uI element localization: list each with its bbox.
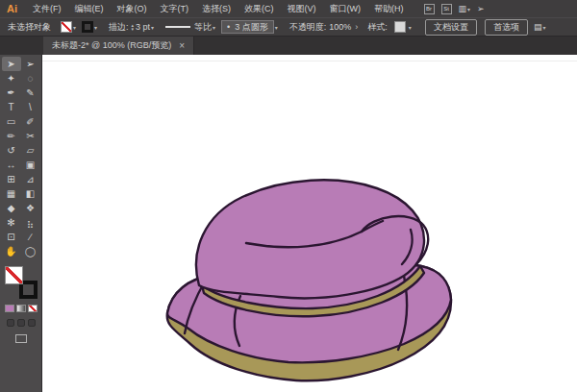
preferences-button[interactable]: 首选项 <box>485 19 528 36</box>
none-button[interactable] <box>28 305 38 312</box>
bun-dome-purple <box>196 180 424 298</box>
bridge-icon[interactable]: Br <box>424 4 435 14</box>
chevron-down-icon[interactable]: ▾ <box>73 24 76 31</box>
stroke-profile-control[interactable]: 等比 ▾ <box>160 21 215 34</box>
style-control[interactable]: ▾ <box>390 21 412 33</box>
document-setup-button[interactable]: 文档设置 <box>425 19 477 36</box>
gradient-button[interactable] <box>16 305 26 312</box>
fill-color-control[interactable]: ▾ <box>61 21 76 33</box>
selection-tool[interactable]: ➤ <box>2 57 21 71</box>
drawing-mode-buttons <box>7 319 36 327</box>
panel-options-control[interactable]: ▤ ▾ <box>534 22 546 32</box>
pen-tool[interactable]: ✒ <box>2 86 21 100</box>
menu-select[interactable]: 选择(S) <box>195 0 238 17</box>
workspace-icon: ▥ <box>459 4 467 13</box>
artboard-canvas[interactable] <box>42 55 577 392</box>
stroke-color-control[interactable]: ▾ <box>82 21 97 33</box>
zoom-tool[interactable]: ◯ <box>21 244 40 258</box>
share-icon[interactable]: ➢ <box>477 4 485 13</box>
type-tool[interactable]: T <box>2 100 21 114</box>
column-graph-tool[interactable]: ⣦ <box>21 215 40 230</box>
document-tab[interactable]: 未标题-2* @ 100% (RGB/预览) × <box>43 37 194 55</box>
stepper-icon[interactable]: ▴▾ <box>132 23 135 31</box>
symbol-sprayer-tool[interactable]: ✻ <box>2 215 21 230</box>
stroke-weight-label: 描边: <box>109 21 129 34</box>
draw-inside-mode[interactable] <box>28 319 36 327</box>
gradient-tool[interactable]: ◧ <box>21 186 40 201</box>
fill-none-swatch[interactable] <box>61 21 72 33</box>
menu-file[interactable]: 文件(F) <box>26 0 68 17</box>
brush-control[interactable]: • 3 点圆形 ▾ <box>221 20 278 34</box>
menu-bar: Ai 文件(F) 编辑(E) 对象(O) 文字(T) 选择(S) 效果(C) 视… <box>0 0 577 17</box>
document-tab-title: 未标题-2* @ 100% (RGB/预览) <box>52 39 171 52</box>
eyedropper-tool[interactable]: ◆ <box>2 201 21 215</box>
chevron-down-icon[interactable]: ▾ <box>151 24 154 31</box>
menu-effect[interactable]: 效果(C) <box>238 0 281 17</box>
stroke-profile-preview <box>165 26 190 28</box>
free-transform-tool[interactable]: ▣ <box>21 158 40 172</box>
width-tool[interactable]: ↔ <box>2 158 21 172</box>
opacity-value[interactable]: 100% <box>329 22 351 32</box>
rectangle-tool[interactable]: ▭ <box>2 114 21 129</box>
style-swatch[interactable] <box>394 21 406 33</box>
pencil-tool[interactable]: ✏ <box>2 129 21 143</box>
brush-name[interactable]: 3 点圆形 <box>235 21 268 34</box>
chevron-down-icon: ▾ <box>542 24 545 31</box>
mesh-tool[interactable]: ▦ <box>2 186 21 201</box>
magic-wand-tool[interactable]: ✦ <box>2 71 21 86</box>
menu-edit[interactable]: 编辑(E) <box>68 0 111 17</box>
perspective-grid-tool[interactable]: ⊿ <box>21 172 40 186</box>
chevron-down-icon[interactable]: ▾ <box>94 24 97 31</box>
slice-tool[interactable]: ∕ <box>21 230 40 244</box>
workspace-switcher[interactable]: ▥▾ <box>459 4 471 13</box>
line-segment-tool[interactable]: \ <box>21 100 40 114</box>
style-label: 样式: <box>367 21 388 34</box>
menu-object[interactable]: 对象(O) <box>111 0 154 17</box>
menu-view[interactable]: 视图(V) <box>281 0 323 17</box>
fill-stroke-indicator[interactable] <box>5 266 38 299</box>
curvature-tool[interactable]: ✎ <box>21 86 40 100</box>
opacity-label: 不透明度: <box>289 21 327 34</box>
blend-tool[interactable]: ❖ <box>21 201 40 215</box>
document-tab-bar: 未标题-2* @ 100% (RGB/预览) × <box>0 37 577 55</box>
eraser-tool[interactable]: ✂ <box>21 129 40 143</box>
lasso-tool[interactable]: ◌ <box>21 71 40 86</box>
direct-selection-tool[interactable]: ➢ <box>21 57 40 71</box>
screen-mode-button[interactable] <box>15 334 27 343</box>
stroke-weight-control[interactable]: ▴▾ 3 pt ▾ <box>132 22 155 32</box>
artboard-tool[interactable]: ⊡ <box>2 230 21 244</box>
paintbrush-tool[interactable]: ✐ <box>21 114 40 129</box>
flyout-arrow-icon[interactable]: › <box>355 22 358 32</box>
stock-icon[interactable]: St <box>441 4 452 14</box>
panel-icon: ▤ <box>534 22 542 32</box>
shape-builder-tool[interactable]: ⊞ <box>2 172 21 186</box>
color-button[interactable] <box>5 305 14 312</box>
menu-help[interactable]: 帮助(H) <box>367 0 411 17</box>
menu-type[interactable]: 文字(T) <box>154 0 196 17</box>
bun-illustration[interactable] <box>42 55 577 392</box>
chevron-down-icon[interactable]: ▾ <box>213 24 215 31</box>
control-bar: 未选择对象 ▾ ▾ 描边: ▴▾ 3 pt ▾ 等比 ▾ • 3 点圆形 ▾ 不… <box>0 17 577 37</box>
stroke-weight-value[interactable]: 3 pt <box>136 22 150 32</box>
scale-tool[interactable]: ▱ <box>21 143 40 158</box>
color-mode-buttons <box>5 305 38 312</box>
illustrator-logo: Ai <box>0 3 26 14</box>
chevron-down-icon: ▾ <box>467 7 470 12</box>
chevron-down-icon[interactable]: ▾ <box>409 24 412 31</box>
menu-window[interactable]: 窗口(W) <box>323 0 368 17</box>
selection-status: 未选择对象 <box>8 21 51 34</box>
stroke-color-swatch[interactable] <box>82 21 93 33</box>
hand-tool[interactable]: ✋ <box>2 244 21 258</box>
close-icon[interactable]: × <box>179 40 185 51</box>
chevron-down-icon[interactable]: ▾ <box>275 24 278 31</box>
rotate-tool[interactable]: ↺ <box>2 143 21 158</box>
tools-panel: ➤ ➢ ✦ ◌ ✒ ✎ T \ ▭ ✐ ✏ ✂ ↺ ▱ ↔ ▣ ⊞ ⊿ ▦ ◧ … <box>0 55 42 392</box>
fill-proxy-swatch-none[interactable] <box>5 266 23 284</box>
brush-thumbnail: • <box>227 22 230 32</box>
draw-behind-mode[interactable] <box>17 319 25 327</box>
stroke-profile-value[interactable]: 等比 <box>194 21 212 34</box>
draw-normal-mode[interactable] <box>7 319 14 327</box>
